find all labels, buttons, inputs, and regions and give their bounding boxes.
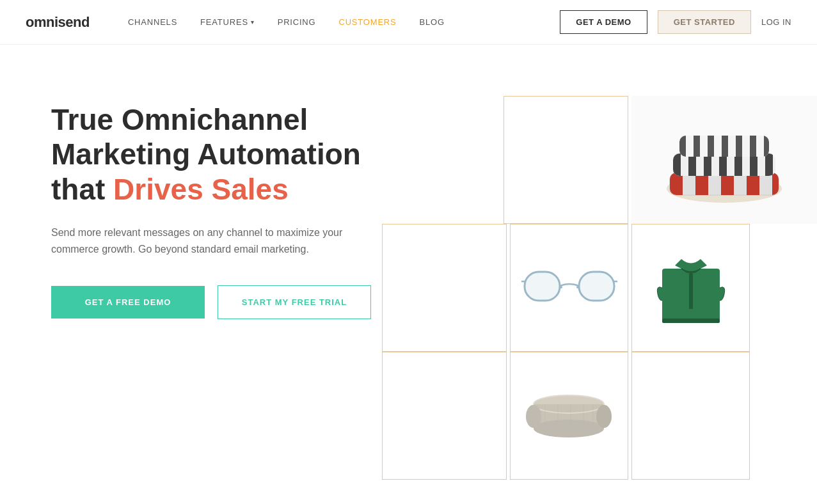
svg-point-43 — [526, 405, 541, 428]
header-actions: GET A DEMO GET STARTED LOG IN — [560, 10, 791, 34]
grid-cell-glasses — [510, 224, 628, 352]
svg-rect-16 — [750, 154, 758, 176]
logo-text: omnisend — [26, 14, 90, 30]
hero-subtitle: Send more relevant messages on any chann… — [51, 224, 371, 258]
svg-rect-4 — [670, 173, 683, 195]
nav-blog[interactable]: BLOG — [420, 17, 445, 27]
svg-rect-5 — [695, 173, 708, 195]
hero-title: True Omnichannel Marketing Automationtha… — [51, 102, 422, 207]
login-link[interactable]: LOG IN — [761, 17, 791, 27]
svg-rect-15 — [734, 154, 742, 176]
svg-rect-17 — [765, 154, 773, 176]
cylinder-image — [511, 352, 628, 479]
chevron-down-icon: ▾ — [251, 19, 255, 26]
glasses-image — [511, 224, 628, 351]
svg-rect-20 — [679, 136, 686, 157]
svg-point-40 — [534, 420, 604, 437]
cylinder-svg — [520, 390, 619, 441]
svg-point-33 — [560, 286, 562, 288]
svg-rect-36 — [689, 274, 693, 309]
grid-cell-top-left — [504, 96, 628, 224]
nav-pricing[interactable]: PRICING — [278, 17, 316, 27]
nav-features[interactable]: FEATURES ▾ — [200, 17, 255, 27]
nav-features-label: FEATURES — [200, 17, 248, 27]
shirt-svg — [653, 243, 729, 333]
glasses-svg — [521, 259, 617, 317]
grid-cell-blank3 — [631, 352, 750, 480]
svg-rect-30 — [579, 272, 614, 301]
svg-rect-37 — [662, 319, 720, 323]
svg-rect-28 — [525, 272, 560, 301]
hero-content: True Omnichannel Marketing Automationtha… — [51, 83, 422, 504]
hero-title-highlight: Drives Sales — [113, 173, 289, 206]
grid-cell-blank2 — [382, 352, 507, 480]
svg-rect-11 — [673, 154, 681, 176]
main-nav: CHANNELS FEATURES ▾ PRICING CUSTOMERS BL… — [128, 17, 560, 27]
cta-buttons: GET A FREE DEMO START MY FREE TRIAL — [51, 285, 422, 319]
svg-rect-13 — [704, 154, 711, 176]
svg-rect-22 — [708, 136, 714, 157]
free-trial-button[interactable]: START MY FREE TRIAL — [218, 285, 371, 319]
svg-rect-12 — [688, 154, 696, 176]
svg-rect-14 — [719, 154, 727, 176]
svg-point-42 — [596, 405, 612, 428]
svg-rect-21 — [694, 136, 700, 157]
nav-customers[interactable]: CUSTOMERS — [338, 17, 396, 27]
shirt-image — [632, 224, 749, 351]
svg-rect-25 — [750, 136, 756, 157]
svg-rect-7 — [747, 173, 759, 195]
svg-rect-23 — [722, 136, 728, 157]
pillows-image — [631, 96, 817, 224]
grid-cell-cylinder — [510, 352, 628, 480]
svg-rect-24 — [736, 136, 742, 157]
get-started-button[interactable]: GET STARTED — [658, 10, 751, 34]
nav-channels[interactable]: CHANNELS — [128, 17, 177, 27]
get-demo-button[interactable]: GET A DEMO — [560, 10, 647, 34]
pillows-svg — [654, 109, 795, 211]
grid-cell-pillows — [631, 96, 817, 224]
grid-cell-blank1 — [382, 224, 507, 352]
free-demo-button[interactable]: GET A FREE DEMO — [51, 286, 205, 319]
grid-cell-shirt — [631, 224, 750, 352]
product-grid — [382, 96, 817, 504]
svg-point-34 — [576, 286, 579, 288]
svg-rect-6 — [721, 173, 734, 195]
logo[interactable]: omnisend — [26, 14, 90, 31]
